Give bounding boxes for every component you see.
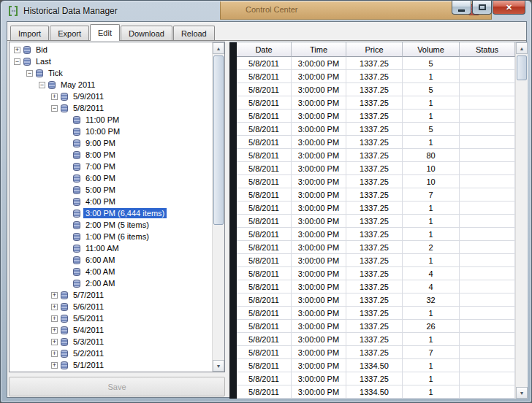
grid-cell[interactable]: 1	[403, 136, 460, 149]
grid-cell[interactable]: 1337.25	[346, 175, 403, 188]
grid-cell[interactable]: 1337.25	[346, 83, 403, 96]
grid-cell[interactable]: 1337.25	[346, 70, 403, 83]
grid-cell[interactable]: 5/8/2011	[237, 346, 292, 359]
grid-cell[interactable]	[460, 70, 515, 83]
grid-cell[interactable]: 5/8/2011	[237, 372, 292, 385]
grid-cell[interactable]: 1337.25	[346, 228, 403, 241]
column-header[interactable]: Time	[292, 42, 346, 57]
title-bar[interactable]: Control Center ✕ Historical Data Manager…	[1, 1, 531, 21]
grid-cell[interactable]	[460, 280, 515, 293]
grid-cell[interactable]	[460, 372, 515, 385]
tree-item[interactable]: + Bid	[10, 44, 212, 55]
grid-cell[interactable]: 3:00:00 PM	[292, 307, 346, 320]
grid-cell[interactable]: 3:00:00 PM	[292, 202, 346, 215]
table-row[interactable]: 5/8/20113:00:00 PM1337.251	[237, 228, 515, 241]
grid-cell[interactable]: 3:00:00 PM	[292, 136, 346, 149]
grid-cell[interactable]	[460, 110, 515, 123]
grid-cell[interactable]	[460, 254, 515, 267]
grid-cell[interactable]: 3:00:00 PM	[292, 359, 346, 372]
grid-cell[interactable]: 3:00:00 PM	[292, 215, 346, 228]
table-row[interactable]: 5/8/20113:00:00 PM1337.2532	[237, 293, 515, 307]
grid-cell[interactable]: 1337.25	[346, 293, 403, 307]
grid-cell[interactable]: 2	[403, 241, 460, 254]
scroll-up-icon[interactable]: ▲	[213, 42, 224, 54]
grid-cell[interactable]: 3:00:00 PM	[292, 254, 346, 267]
column-header[interactable]: Status	[460, 42, 515, 57]
grid-cell[interactable]: 5/8/2011	[237, 96, 292, 110]
tree-item[interactable]: 3:00 PM (6,444 items)	[10, 207, 212, 219]
grid-cell[interactable]	[460, 359, 515, 372]
tree-item[interactable]: 2:00 AM	[10, 277, 212, 289]
table-row[interactable]: 5/8/20113:00:00 PM1337.251	[237, 96, 515, 110]
table-row[interactable]: 5/8/20113:00:00 PM1337.255	[237, 123, 515, 136]
table-row[interactable]: 5/8/20113:00:00 PM1337.251	[237, 70, 515, 83]
grid-cell[interactable]: 5/8/2011	[237, 188, 292, 202]
grid-cell[interactable]: 3:00:00 PM	[292, 241, 346, 254]
close-button[interactable]: ✕	[493, 1, 525, 15]
tree-item[interactable]: 9:00 PM	[10, 137, 212, 149]
grid-cell[interactable]: 5/8/2011	[237, 70, 292, 83]
grid-cell[interactable]: 5/8/2011	[237, 202, 292, 215]
tree-expand-icon[interactable]: +	[51, 339, 58, 345]
grid-cell[interactable]: 1	[403, 110, 460, 123]
grid-cell[interactable]: 26	[403, 320, 460, 333]
tree-expand-icon[interactable]: −	[14, 58, 20, 65]
tree-expand-icon[interactable]: +	[51, 350, 58, 357]
tree-expand-icon[interactable]: −	[39, 82, 45, 88]
grid-cell[interactable]	[460, 202, 515, 215]
tree-item[interactable]: + 5/6/2011	[10, 301, 212, 312]
grid-cell[interactable]: 5/8/2011	[237, 175, 292, 188]
grid-cell[interactable]: 3:00:00 PM	[292, 96, 346, 110]
table-row[interactable]: 5/8/20113:00:00 PM1337.257	[237, 188, 515, 202]
grid-cell[interactable]: 3:00:00 PM	[292, 228, 346, 241]
tree-item[interactable]: 4:00 PM	[10, 196, 212, 207]
tree-item[interactable]: + 5/3/2011	[10, 336, 212, 348]
tree-item[interactable]: − May 2011	[10, 79, 212, 91]
grid-cell[interactable]: 3:00:00 PM	[292, 57, 346, 70]
tree-item[interactable]: − Last	[10, 55, 212, 67]
tree-item[interactable]: − Tick	[10, 67, 212, 79]
grid-cell[interactable]: 3:00:00 PM	[292, 320, 346, 333]
table-row[interactable]: 5/8/20113:00:00 PM1337.251	[237, 202, 515, 215]
grid-cell[interactable]: 5/8/2011	[237, 293, 292, 307]
grid-cell[interactable]: 1	[403, 202, 460, 215]
table-row[interactable]: 5/8/20113:00:00 PM1337.255	[237, 83, 515, 96]
grid-scrollbar-thumb[interactable]	[517, 55, 527, 80]
tree-expand-icon[interactable]: +	[51, 362, 58, 369]
grid-cell[interactable]: 1337.25	[346, 280, 403, 293]
grid-cell[interactable]: 5/8/2011	[237, 267, 292, 280]
table-row[interactable]: 5/8/20113:00:00 PM1337.251	[237, 372, 515, 385]
grid-cell[interactable]: 3:00:00 PM	[292, 83, 346, 96]
grid-cell[interactable]: 4	[403, 280, 460, 293]
grid-cell[interactable]	[460, 228, 515, 241]
grid-cell[interactable]: 10	[403, 162, 460, 175]
grid-cell[interactable]: 1	[403, 307, 460, 320]
tree-item[interactable]: 11:00 AM	[10, 242, 212, 254]
tab[interactable]: Download	[121, 26, 172, 40]
grid-cell[interactable]: 5	[403, 123, 460, 136]
grid-cell[interactable]	[460, 96, 515, 110]
tree-item[interactable]: 6:00 PM	[10, 172, 212, 184]
save-button[interactable]: Save	[9, 377, 225, 396]
table-row[interactable]: 5/8/20113:00:00 PM1337.252	[237, 241, 515, 254]
grid-cell[interactable]: 1337.25	[346, 149, 403, 162]
tree-scrollbar-thumb[interactable]	[213, 55, 224, 225]
grid-cell[interactable]: 3:00:00 PM	[292, 123, 346, 136]
grid-cell[interactable]: 1	[403, 372, 460, 385]
tree-item[interactable]: + 5/2/2011	[10, 348, 212, 359]
tab[interactable]: Import	[10, 26, 49, 40]
grid-cell[interactable]: 1	[403, 385, 460, 399]
grid-cell[interactable]: 3:00:00 PM	[292, 267, 346, 280]
grid-cell[interactable]: 1337.25	[346, 307, 403, 320]
grid-cell[interactable]: 3:00:00 PM	[292, 372, 346, 385]
grid-cell[interactable]: 5/8/2011	[237, 307, 292, 320]
maximize-button[interactable]	[472, 1, 492, 15]
grid-cell[interactable]: 1	[403, 228, 460, 241]
grid-cell[interactable]	[460, 162, 515, 175]
grid-cell[interactable]: 7	[403, 346, 460, 359]
scroll-down-icon[interactable]: ▼	[213, 360, 224, 372]
scroll-down-icon[interactable]: ▼	[516, 387, 528, 399]
grid-cell[interactable]: 5	[403, 83, 460, 96]
grid-cell[interactable]: 3:00:00 PM	[292, 188, 346, 202]
tree-item[interactable]: 2:00 PM (5 items)	[10, 219, 212, 231]
